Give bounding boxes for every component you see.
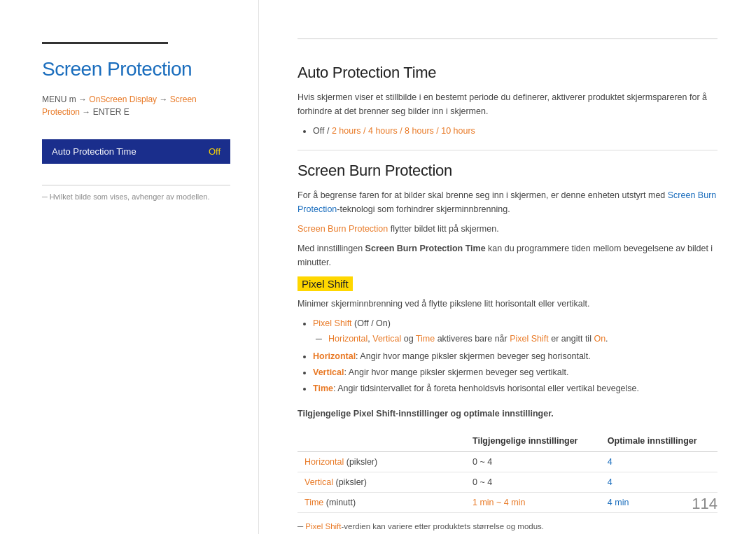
table-cell-optimal-1: 4 [601, 472, 718, 492]
desc3-prefix: Med innstillingen [298, 244, 365, 253]
page-number: 114 [692, 495, 718, 513]
table-cell-range-1: 0 ~ 4 [465, 472, 601, 492]
bullet1-nested-item: Horizontal, Vertical og Time aktiveres b… [328, 332, 718, 346]
pixel-shift-bullet4: Time: Angir tidsintervallet for å foreta… [313, 381, 718, 396]
table-cell-label-2: Time (minutt) [298, 492, 465, 512]
page-title: Screen Protection [42, 58, 230, 80]
pixel-shift-description: Minimer skjerminnbrenning ved å flytte p… [298, 297, 718, 311]
table-header: Tilgjengelige innstillinger Optimale inn… [298, 430, 718, 452]
pixel-shift-bullet3: Vertical: Angir hvor mange piksler skjer… [313, 365, 718, 380]
pixel-shift-heading: Pixel Shift [298, 278, 718, 290]
pixel-shift-bullet1: Pixel Shift (Off / On) Horizontal, Verti… [313, 316, 718, 346]
table-cell-range-2: 1 min ~ 4 min [465, 492, 601, 512]
pixel-shift-bullet2: Horizontal: Angir hvor mange piksler skj… [313, 349, 718, 364]
section1-description: Hvis skjermen viser et stillbilde i en b… [298, 90, 718, 118]
nested-vertical: Vertical [372, 334, 401, 344]
table-footnotes: Pixel Shift-verdien kan variere etter pr… [298, 520, 718, 535]
table-intro: Tilgjengelige Pixel Shift-innstillinger … [298, 407, 718, 421]
menu-item-label: Auto Protection Time [52, 146, 136, 157]
table-header-col1: Tilgjengelige innstillinger [465, 430, 601, 452]
left-divider [42, 185, 230, 185]
left-panel: Screen Protection MENU m → OnScreen Disp… [0, 0, 259, 534]
desc2-suffix: flytter bildet litt på skjermen. [388, 224, 498, 234]
menu-item-auto-protection[interactable]: Auto Protection Time Off [42, 139, 230, 164]
options-prefix: Off / [313, 126, 332, 136]
desc1-prefix: For å begrense faren for at bilder skal … [298, 190, 668, 200]
bullet1-link: Pixel Shift [313, 318, 352, 328]
desc2-link: Screen Burn Protection [298, 224, 388, 234]
bullet1-nested-list: Horizontal, Vertical og Time aktiveres b… [313, 332, 718, 346]
table-cell-optimal-0: 4 [601, 451, 718, 472]
menu-path-suffix: → ENTER E [80, 107, 130, 117]
menu-path: MENU m → OnScreen Display → Screen Prote… [42, 93, 230, 118]
desc1-suffix: -teknologi som forhindrer skjerminnbrenn… [337, 204, 510, 214]
options-values: 2 hours / 4 hours / 8 hours / 10 hours [332, 126, 475, 136]
table-cell-label-0: Horizontal (piksler) [298, 451, 465, 472]
table-row: Time (minutt)1 min ~ 4 min4 min [298, 492, 718, 512]
nested-pixel-shift: Pixel Shift [510, 334, 549, 344]
nested-horizontal: Horizontal [328, 334, 368, 344]
bullet3-text: : Angir hvor mange piksler skjermen beve… [344, 367, 568, 377]
menu-path-link1: OnScreen Display [89, 94, 157, 104]
section2-title: Screen Burn Protection [298, 162, 718, 180]
left-footnote: ─ Hvilket bilde som vises, avhenger av m… [42, 192, 230, 201]
bullet1-text: (Off / On) [352, 318, 391, 328]
section2-desc3: Med innstillingen Screen Burn Protection… [298, 241, 718, 269]
pixel-shift-table: Tilgjengelige innstillinger Optimale inn… [298, 430, 718, 513]
table-cell-range-0: 0 ~ 4 [465, 451, 601, 472]
top-decorative-line [42, 42, 168, 44]
section2-desc1: For å begrense faren for at bilder skal … [298, 188, 718, 216]
bullet2-text: : Angir hvor mange piksler skjermen beve… [356, 351, 591, 361]
section1-options: Off / 2 hours / 4 hours / 8 hours / 10 h… [313, 124, 718, 139]
section2-desc2: Screen Burn Protection flytter bildet li… [298, 222, 718, 236]
top-line-right [298, 38, 718, 39]
menu-item-value: Off [209, 146, 220, 157]
pixel-shift-title: Pixel Shift [298, 276, 353, 291]
section1-title: Auto Protection Time [298, 64, 718, 82]
menu-path-prefix: MENU m → [42, 94, 89, 104]
nested-time: Time [416, 334, 435, 344]
table-row: Vertical (piksler)0 ~ 44 [298, 472, 718, 492]
table-body: Horizontal (piksler)0 ~ 44Vertical (piks… [298, 451, 718, 512]
nested-on: On [594, 334, 606, 344]
table-header-col0 [298, 430, 465, 452]
table-header-col2: Optimale innstillinger [601, 430, 718, 452]
table-cell-label-1: Vertical (piksler) [298, 472, 465, 492]
section-divider [298, 150, 718, 150]
footnote-item-0: Pixel Shift-verdien kan variere etter pr… [298, 520, 718, 533]
bullet4-link: Time [313, 384, 333, 393]
pixel-shift-bullets: Pixel Shift (Off / On) Horizontal, Verti… [298, 316, 718, 396]
bullet2-link: Horizontal [313, 351, 356, 361]
bullet3-link: Vertical [313, 367, 344, 377]
right-panel: Auto Protection Time Hvis skjermen viser… [259, 0, 756, 534]
bullet4-text: : Angir tidsintervallet for å foreta hen… [333, 384, 639, 393]
table-row: Horizontal (piksler)0 ~ 44 [298, 451, 718, 472]
section1-options-list: Off / 2 hours / 4 hours / 8 hours / 10 h… [298, 124, 718, 139]
menu-path-arrow1: → [157, 94, 170, 104]
desc3-link: Screen Burn Protection Time [365, 244, 486, 253]
